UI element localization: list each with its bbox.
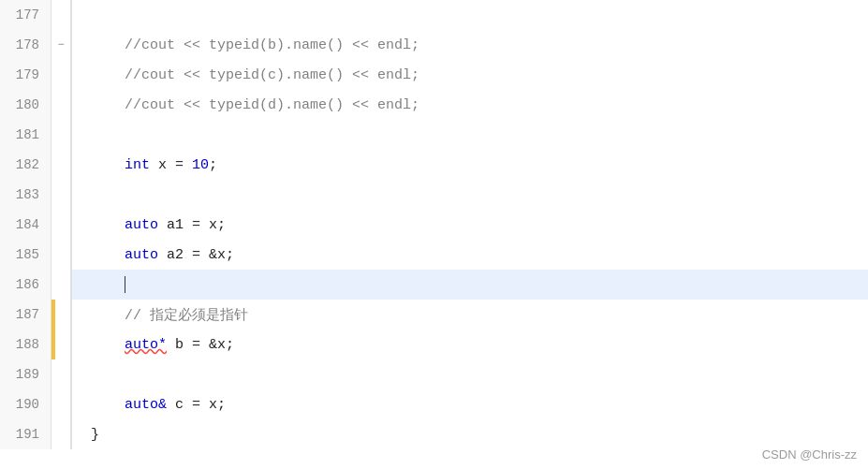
code-row: 179 //cout << typeid(c).name() << endl; [0,60,868,90]
line-gutter [51,0,72,30]
line-number: 178 [0,30,51,60]
line-content [72,0,868,30]
line-number: 185 [0,240,51,270]
line-content: //cout << typeid(d).name() << endl; [72,90,868,120]
identifier: x = [150,157,192,173]
code-lines: 177178− //cout << typeid(b).name() << en… [0,0,868,449]
line-number: 181 [0,120,51,150]
comment: //cout << typeid(d).name() << endl; [91,97,419,113]
whitespace [91,247,125,263]
line-gutter [51,330,72,359]
code-row: 183 [0,180,868,210]
auto-star-squiggle: auto* [125,337,167,353]
identifier: } [91,427,99,443]
code-row: 187 // 指定必须是指针 [0,300,868,330]
line-content: //cout << typeid(c).name() << endl; [72,60,868,90]
line-content [72,270,868,300]
code-editor: 177178− //cout << typeid(b).name() << en… [0,0,868,469]
whitespace [91,217,125,233]
line-gutter [51,180,72,210]
identifier: ; [209,157,217,173]
line-number: 187 [0,300,51,330]
line-gutter: − [51,30,72,60]
code-row: 178− //cout << typeid(b).name() << endl; [0,30,868,60]
line-gutter [51,90,72,120]
code-row: 186 [0,270,868,300]
comment: //cout << typeid(c).name() << endl; [91,67,419,83]
line-number: 191 [0,419,51,449]
line-number: 180 [0,90,51,120]
line-content: auto* b = &x; [72,330,868,359]
keyword: auto [125,217,158,233]
code-row: 182 int x = 10; [0,150,868,180]
line-number: 179 [0,60,51,90]
gutter-yellow-bar [51,300,55,330]
code-row: 184 auto a1 = x; [0,210,868,240]
line-number: 186 [0,270,51,300]
line-content [72,180,868,210]
line-gutter [51,60,72,90]
watermark: CSDN @Chris-zz [762,447,857,462]
line-content: //cout << typeid(b).name() << endl; [72,30,868,60]
identifier: c = x; [167,397,226,413]
line-gutter [51,240,72,270]
line-content: auto a2 = &x; [72,240,868,270]
line-number: 188 [0,330,51,359]
line-content: auto a1 = x; [72,210,868,240]
line-gutter [51,120,72,150]
code-row: 190 auto& c = x; [0,389,868,419]
line-content: } [72,419,868,449]
line-number: 177 [0,0,51,30]
whitespace [91,397,125,413]
line-gutter [51,300,72,330]
line-content [72,120,868,150]
identifier: a2 = &x; [158,247,234,263]
code-row: 181 [0,120,868,150]
line-content: int x = 10; [72,150,868,180]
code-row: 177 [0,0,868,30]
line-content: // 指定必须是指针 [72,300,868,330]
whitespace [91,157,125,173]
line-gutter [51,359,72,389]
line-gutter [51,389,72,419]
line-gutter [51,419,72,449]
line-content: auto& c = x; [72,389,868,419]
line-number: 190 [0,389,51,419]
code-row: 188 auto* b = &x; [0,330,868,359]
code-row: 191} [0,419,868,449]
line-number: 184 [0,210,51,240]
identifier: a1 = x; [158,217,226,233]
line-gutter [51,270,72,300]
keyword-squiggle: auto* [125,337,167,353]
keyword: auto& [125,397,167,413]
gutter-yellow-bar [51,330,55,359]
line-gutter [51,150,72,180]
collapse-icon[interactable]: − [57,38,64,51]
line-gutter [51,210,72,240]
line-number: 189 [0,359,51,389]
whitespace [91,337,125,353]
identifier: b = &x; [167,337,234,353]
number-literal: 10 [192,157,209,173]
code-row: 180 //cout << typeid(d).name() << endl; [0,90,868,120]
comment: // 指定必须是指针 [91,306,248,324]
line-number: 183 [0,180,51,210]
keyword: int [125,157,150,173]
code-row: 189 [0,359,868,389]
line-content [72,359,868,389]
keyword: auto [125,247,158,263]
line-number: 182 [0,150,51,180]
code-row: 185 auto a2 = &x; [0,240,868,270]
comment: //cout << typeid(b).name() << endl; [91,37,419,53]
